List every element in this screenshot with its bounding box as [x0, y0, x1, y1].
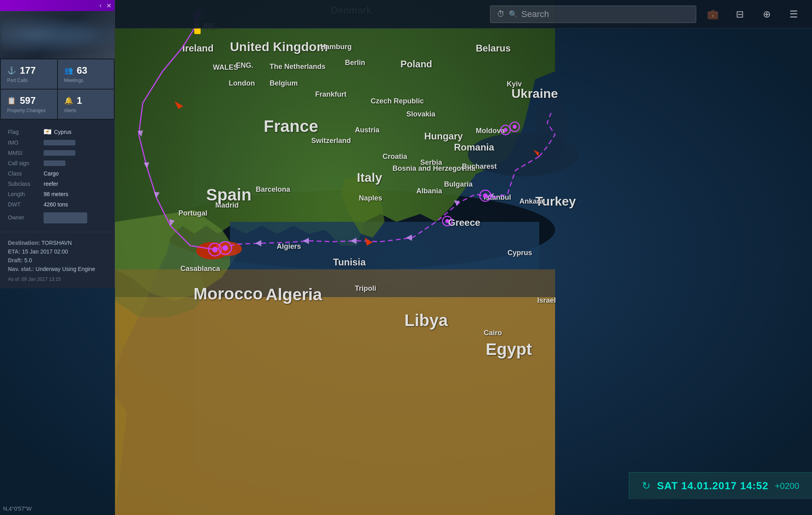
class-label: Class: [8, 170, 44, 177]
stat-meetings[interactable]: 👥 63 Meetings: [58, 59, 114, 89]
eta-value: 15 Jan 2017 02:00: [22, 248, 68, 255]
length-value: 98 meters: [44, 191, 68, 197]
mmsi-row: MMSI: [8, 148, 107, 158]
owner-label: Owner: [8, 214, 44, 221]
callsign-row: Call sign: [8, 158, 107, 168]
search-input[interactable]: [521, 9, 689, 19]
imo-value: [44, 140, 75, 145]
mmsi-value: [44, 150, 75, 156]
alerts-icon: 🔔: [64, 96, 73, 105]
briefcase-icon[interactable]: 💼: [703, 4, 723, 25]
vessel-details: Flag 🇨🇾 Cyprus IMO MMSI Call sign Class …: [0, 120, 115, 232]
svg-point-4: [535, 91, 567, 162]
svg-point-6: [214, 242, 242, 256]
destination-row: Destination: TORSHAVN: [8, 238, 107, 247]
list-icon[interactable]: ☰: [783, 4, 804, 25]
alerts-number: 1: [77, 95, 82, 106]
datetime-stamp: ↻ SAT 14.01.2017 14:52 +0200: [629, 472, 812, 499]
panel-header: ‹ ✕: [0, 0, 115, 11]
anchor-icon: ⚓: [7, 66, 16, 75]
back-button[interactable]: ‹: [100, 2, 102, 9]
subclass-row: Subclass reefer: [8, 179, 107, 189]
mmsi-label: MMSI: [8, 150, 44, 156]
search-container[interactable]: ⏱ 🔍: [490, 6, 696, 23]
datetime-offset: +0200: [775, 481, 799, 491]
meetings-label: Meetings: [64, 78, 108, 83]
flag-icon: 🇨🇾: [44, 128, 52, 135]
datetime-icon: ↻: [642, 480, 651, 492]
property-changes-number: 597: [20, 95, 36, 106]
stat-alerts[interactable]: 🔔 1 Alerts: [58, 90, 114, 119]
header-bar: ⏱ 🔍 💼 ⊟ ⊕ ☰: [0, 0, 812, 29]
subclass-label: Subclass: [8, 181, 44, 187]
more-icon[interactable]: ⊕: [756, 4, 777, 25]
navstat-row: Nav. stat.: Underway Using Engine: [8, 265, 107, 273]
stat-property-changes[interactable]: 📋 597 Property Changes: [1, 90, 57, 119]
clock-icon[interactable]: ⏱: [497, 10, 505, 19]
owner-row: Owner: [8, 210, 107, 225]
port-calls-label: Port Calls: [7, 78, 51, 83]
port-calls-number: 177: [20, 65, 36, 76]
flag-label: Flag: [8, 129, 44, 135]
dwt-row: DWT 4260 tons: [8, 199, 107, 210]
destination-value: TORSHAVN: [42, 240, 72, 246]
owner-value: [44, 212, 87, 223]
property-changes-label: Property Changes: [7, 108, 51, 113]
flag-value: 🇨🇾 Cyprus: [44, 128, 71, 135]
datetime-text: SAT 14.01.2017 14:52: [657, 480, 768, 492]
alerts-label: Alerts: [64, 108, 108, 113]
navstat-value: Underway Using Engine: [36, 266, 95, 272]
class-row: Class Cargo: [8, 168, 107, 179]
draft-label: Draft:: [8, 257, 23, 263]
callsign-value: [44, 160, 65, 166]
subclass-value: reefer: [44, 181, 58, 187]
stats-grid: ⚓ 177 Port Calls 👥 63 Meetings 📋 597 Pro…: [0, 59, 115, 120]
draft-row: Draft: 5.0: [8, 256, 107, 265]
destination-label: Destination:: [8, 240, 40, 246]
coordinates-display: N,4°0'57"W: [3, 505, 32, 512]
filter-icon[interactable]: ⊟: [730, 4, 750, 25]
asof-timestamp: As of: 09 Jan 2017 13:15: [8, 277, 107, 282]
close-button[interactable]: ✕: [106, 2, 111, 10]
side-panel: ‹ ✕ ⚓ 177 Port Calls 👥 63 Meetings 📋 597…: [0, 0, 115, 288]
flag-row: Flag 🇨🇾 Cyprus: [8, 126, 107, 137]
length-row: Length 98 meters: [8, 189, 107, 199]
draft-value: 5.0: [24, 257, 32, 263]
length-label: Length: [8, 191, 44, 197]
meetings-number: 63: [77, 65, 88, 76]
stat-port-calls[interactable]: ⚓ 177 Port Calls: [1, 59, 57, 89]
eta-label: ETA:: [8, 248, 21, 255]
meetings-icon: 👥: [64, 66, 73, 75]
eta-row: ETA: 15 Jan 2017 02:00: [8, 247, 107, 256]
navstat-label: Nav. stat.:: [8, 266, 34, 272]
imo-label: IMO: [8, 139, 44, 146]
property-changes-icon: 📋: [7, 96, 16, 105]
dwt-label: DWT: [8, 201, 44, 208]
map-background: [0, 0, 812, 515]
search-icon: 🔍: [509, 10, 517, 19]
callsign-label: Call sign: [8, 160, 44, 166]
voyage-info: Destination: TORSHAVN ETA: 15 Jan 2017 0…: [0, 232, 115, 288]
imo-row: IMO: [8, 137, 107, 148]
vessel-thumbnail: [0, 11, 115, 59]
dwt-value: 4260 tons: [44, 201, 68, 208]
class-value: Cargo: [44, 170, 59, 177]
